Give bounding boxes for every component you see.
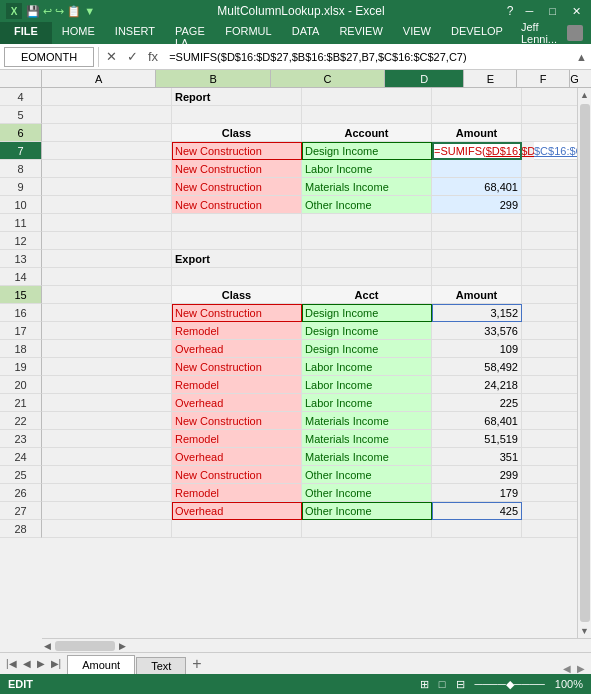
cell-e19[interactable] xyxy=(522,358,577,376)
cell-e5[interactable] xyxy=(522,106,577,124)
cell-b16[interactable]: New Construction xyxy=(172,304,302,322)
scroll-thumb-v[interactable] xyxy=(580,104,590,622)
cell-c5[interactable] xyxy=(302,106,432,124)
cell-d23[interactable]: 51,519 xyxy=(432,430,522,448)
cell-a28[interactable] xyxy=(42,520,172,538)
cell-e9[interactable] xyxy=(522,178,577,196)
tab-first-btn[interactable]: |◀ xyxy=(4,658,19,669)
row-header-7[interactable]: 7 xyxy=(0,142,42,160)
tab-view[interactable]: VIEW xyxy=(393,22,441,44)
cell-c14[interactable] xyxy=(302,268,432,286)
row-header-14[interactable]: 14 xyxy=(0,268,42,286)
row-header-10[interactable]: 10 xyxy=(0,196,42,214)
row-header-13[interactable]: 13 xyxy=(0,250,42,268)
cell-d17[interactable]: 33,576 xyxy=(432,322,522,340)
tab-pagelayout[interactable]: PAGE LA xyxy=(165,22,215,44)
col-header-d[interactable]: D xyxy=(385,70,464,87)
cell-a11[interactable] xyxy=(42,214,172,232)
cell-b26[interactable]: Remodel xyxy=(172,484,302,502)
cell-a15[interactable] xyxy=(42,286,172,304)
cell-e14[interactable] xyxy=(522,268,577,286)
cell-b9[interactable]: New Construction xyxy=(172,178,302,196)
cell-c4[interactable] xyxy=(302,88,432,106)
cell-e6[interactable] xyxy=(522,124,577,142)
cell-a8[interactable] xyxy=(42,160,172,178)
grid[interactable]: Report Class Account xyxy=(42,88,577,638)
scroll-down-btn[interactable]: ▼ xyxy=(580,624,589,638)
formula-input[interactable] xyxy=(165,51,572,63)
sheet-tab-text[interactable]: Text xyxy=(136,657,186,674)
cell-d12[interactable] xyxy=(432,232,522,250)
cell-c11[interactable] xyxy=(302,214,432,232)
cell-a12[interactable] xyxy=(42,232,172,250)
cell-b5[interactable] xyxy=(172,106,302,124)
cell-c22[interactable]: Materials Income xyxy=(302,412,432,430)
row-header-12[interactable]: 12 xyxy=(0,232,42,250)
cell-e16[interactable] xyxy=(522,304,577,322)
cell-c15[interactable]: Acct xyxy=(302,286,432,304)
confirm-formula-btn[interactable]: ✓ xyxy=(124,49,141,64)
cell-d18[interactable]: 109 xyxy=(432,340,522,358)
row-header-6[interactable]: 6 xyxy=(0,124,42,142)
cell-c9[interactable]: Materials Income xyxy=(302,178,432,196)
cell-d26[interactable]: 179 xyxy=(432,484,522,502)
cell-e22[interactable] xyxy=(522,412,577,430)
row-header-17[interactable]: 17 xyxy=(0,322,42,340)
row-header-19[interactable]: 19 xyxy=(0,358,42,376)
tab-review[interactable]: REVIEW xyxy=(329,22,392,44)
cell-b23[interactable]: Remodel xyxy=(172,430,302,448)
cell-e18[interactable] xyxy=(522,340,577,358)
cell-a10[interactable] xyxy=(42,196,172,214)
cell-b15[interactable]: Class xyxy=(172,286,302,304)
cell-c28[interactable] xyxy=(302,520,432,538)
cell-e23[interactable] xyxy=(522,430,577,448)
cell-b13[interactable]: Export xyxy=(172,250,302,268)
cell-d16[interactable]: 3,152 xyxy=(432,304,522,322)
cell-c16[interactable]: Design Income xyxy=(302,304,432,322)
name-box[interactable] xyxy=(4,47,94,67)
cell-c21[interactable]: Labor Income xyxy=(302,394,432,412)
formula-expand-btn[interactable]: ▲ xyxy=(576,51,587,63)
cell-d19[interactable]: 58,492 xyxy=(432,358,522,376)
cell-d4[interactable] xyxy=(432,88,522,106)
cell-a14[interactable] xyxy=(42,268,172,286)
scroll-up-btn[interactable]: ▲ xyxy=(580,88,589,102)
scroll-right-btn[interactable]: ▶ xyxy=(117,641,128,651)
cell-a27[interactable] xyxy=(42,502,172,520)
view-normal-btn[interactable]: ⊞ xyxy=(420,678,429,691)
tab-formulas[interactable]: FORMUL xyxy=(215,22,281,44)
cell-d15[interactable]: Amount xyxy=(432,286,522,304)
cell-d22[interactable]: 68,401 xyxy=(432,412,522,430)
cell-d6[interactable]: Amount xyxy=(432,124,522,142)
cell-b11[interactable] xyxy=(172,214,302,232)
cell-a9[interactable] xyxy=(42,178,172,196)
row-header-20[interactable]: 20 xyxy=(0,376,42,394)
row-header-21[interactable]: 21 xyxy=(0,394,42,412)
cell-e27[interactable] xyxy=(522,502,577,520)
cell-a13[interactable] xyxy=(42,250,172,268)
horizontal-scrollbar[interactable]: ◀ ▶ xyxy=(42,638,591,652)
row-header-26[interactable]: 26 xyxy=(0,484,42,502)
col-header-g[interactable]: G xyxy=(570,70,579,87)
tab-home[interactable]: HOME xyxy=(52,22,105,44)
row-header-15[interactable]: 15 xyxy=(0,286,42,304)
cell-d21[interactable]: 225 xyxy=(432,394,522,412)
cell-d7-active[interactable]: =SUMIFS($D$16:$D$27,$B$16:$B$27,B7, xyxy=(432,142,522,160)
scroll-thumb-h[interactable] xyxy=(55,641,115,651)
cell-a25[interactable] xyxy=(42,466,172,484)
cell-e15[interactable] xyxy=(522,286,577,304)
cell-c27[interactable]: Other Income xyxy=(302,502,432,520)
row-header-16[interactable]: 16 xyxy=(0,304,42,322)
cell-e28[interactable] xyxy=(522,520,577,538)
cell-a16[interactable] xyxy=(42,304,172,322)
cell-a22[interactable] xyxy=(42,412,172,430)
scroll-left-btn[interactable]: ◀ xyxy=(42,641,53,651)
cell-c25[interactable]: Other Income xyxy=(302,466,432,484)
cell-b17[interactable]: Remodel xyxy=(172,322,302,340)
row-header-23[interactable]: 23 xyxy=(0,430,42,448)
cell-b20[interactable]: Remodel xyxy=(172,376,302,394)
col-header-c[interactable]: C xyxy=(271,70,385,87)
cell-e12[interactable] xyxy=(522,232,577,250)
row-header-22[interactable]: 22 xyxy=(0,412,42,430)
cell-b21[interactable]: Overhead xyxy=(172,394,302,412)
